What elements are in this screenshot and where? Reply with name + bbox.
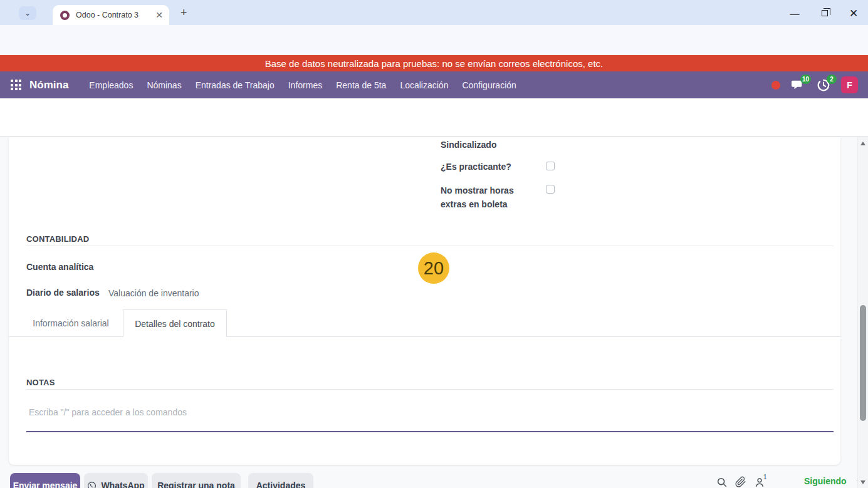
activities-schedule-button[interactable]: Actividades [248,473,313,488]
tab-detalles-del-contrato[interactable]: Detalles del contrato [123,309,227,337]
annotation-marker-20: 20 [418,252,449,284]
browser-toolbar: ← → ⟳ democontable17.solse.pe/web#id=4&c… [0,25,868,55]
nav-item-renta[interactable]: Renta de 5ta [336,80,386,90]
whatsapp-button[interactable]: WhatsApp [84,473,148,488]
attachment-paperclip-icon[interactable] [733,474,748,488]
log-note-button[interactable]: Registrar una nota [152,473,241,488]
following-button[interactable]: Siguiendo [804,476,847,486]
app-name[interactable]: Nómina [29,79,68,91]
vertical-scrollbar[interactable] [857,137,868,488]
followers-count: 1 [763,474,767,480]
section-title-contabilidad: CONTABILIDAD [26,234,89,244]
user-avatar[interactable]: F [841,76,858,93]
nav-item-empleados[interactable]: Empleados [89,80,133,90]
odoo-navbar: Nómina Empleados Nóminas Entradas de Tra… [0,71,868,98]
label-no-mostrar-horas: No mostrar horas extras en boleta [441,184,523,211]
window-restore-button[interactable] [818,8,831,19]
checkbox-es-practicante[interactable] [546,162,555,170]
label-es-practicante: ¿Es practicante? [441,162,511,172]
checkbox-no-mostrar-horas[interactable] [546,185,555,194]
recording-dot-icon [771,81,780,90]
odoo-favicon-icon [60,11,70,20]
nav-item-localizacion[interactable]: Localización [400,80,448,90]
browser-titlebar: ⌄ Odoo - Contrato 3 ✕ + — ✕ [0,0,868,25]
nav-item-configuracion[interactable]: Configuración [462,80,516,90]
tab-close-icon[interactable]: ✕ [155,10,163,20]
nav-item-informes[interactable]: Informes [288,80,322,90]
field-diario-salarios[interactable]: Valuación de inventario [108,288,199,298]
label-diario-salarios: Diario de salarios [26,288,100,298]
control-panel: Nuevo Contratos Contrato 3 ⚙ ↺ Contratos… [0,98,868,137]
notas-divider [26,389,834,390]
messages-button[interactable]: 10 [790,77,806,93]
browser-tab[interactable]: Odoo - Contrato 3 ✕ [53,5,169,25]
apps-grid-icon[interactable] [11,80,21,90]
new-tab-button[interactable]: + [180,6,187,19]
section-divider [26,246,834,246]
activities-badge: 2 [827,75,837,84]
nav-item-nominas[interactable]: Nóminas [147,80,181,90]
window-close-button[interactable]: ✕ [847,8,860,19]
scroll-up-icon[interactable] [860,142,865,145]
whatsapp-icon [87,481,97,488]
notes-editor[interactable]: Escriba "/" para acceder a los comandos [29,407,187,417]
activities-button[interactable]: 2 [815,77,832,93]
banner-text: Base de datos neutralizada para pruebas:… [265,58,604,69]
whatsapp-label: WhatsApp [101,480,144,488]
label-cuenta-analitica: Cuenta analítica [26,262,93,272]
tab-informacion-salarial[interactable]: Información salarial [19,309,123,336]
window-minimize-button[interactable]: — [788,8,801,19]
nav-item-entradas[interactable]: Entradas de Trabajo [196,80,275,90]
section-title-notas: NOTAS [26,378,55,387]
chatter-search-icon[interactable] [714,474,729,488]
scroll-down-icon[interactable] [860,480,865,484]
form-sheet: Sindicalizado ¿Es practicante? No mostra… [9,137,840,465]
messages-badge: 10 [800,75,811,84]
send-message-button[interactable]: Enviar mensaje [10,473,80,488]
scrollbar-thumb[interactable] [860,305,866,421]
field-cuenta-analitica[interactable] [108,262,359,273]
notes-focus-underline [26,431,834,432]
label-sindicalizado: Sindicalizado [441,140,496,150]
neutralized-banner: Base de datos neutralizada para pruebas:… [0,55,868,71]
tab-search-button[interactable]: ⌄ [19,6,36,20]
tab-title: Odoo - Contrato 3 [76,11,152,19]
